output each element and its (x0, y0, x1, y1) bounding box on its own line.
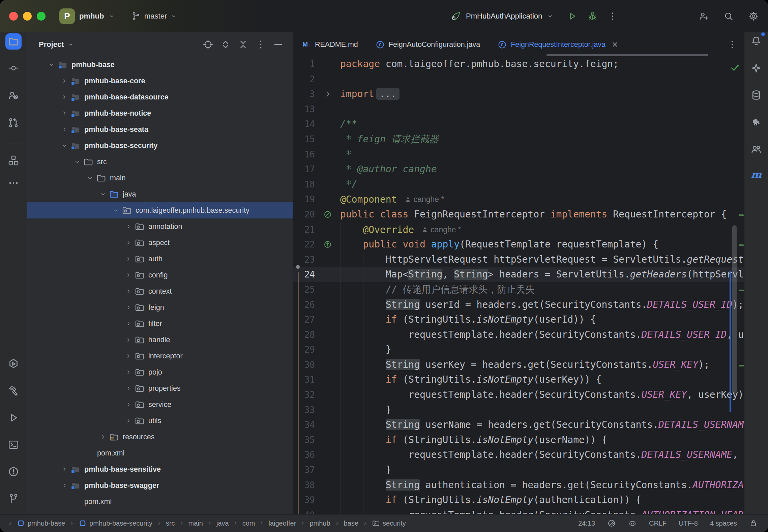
breadcrumb-src[interactable]: src (166, 520, 175, 527)
collapse-all-button[interactable] (238, 39, 248, 50)
tree-item-pmhub-base-sensitive[interactable]: pmhub-base-sensitive (27, 461, 293, 477)
code-line-36[interactable]: 36 requestTemplate.header(SecurityConsta… (293, 447, 744, 463)
chevron-down-icon[interactable] (110, 205, 121, 216)
tree-item-pmhub-base-core[interactable]: pmhub-base-core (27, 73, 293, 89)
tool-stripe-problems-button[interactable] (5, 464, 22, 480)
chevron-down-icon[interactable] (547, 13, 554, 20)
tree-item-context[interactable]: context (27, 283, 293, 299)
breadcrumb-pmhub[interactable]: pmhub (309, 520, 330, 527)
chevron-right-icon[interactable] (123, 415, 134, 426)
settings-button[interactable] (748, 11, 759, 21)
code-line-15[interactable]: 15 * feign 请求拦截器 (293, 132, 744, 147)
tree-item-config[interactable]: config (27, 267, 293, 283)
tree-item-filter[interactable]: filter (27, 316, 293, 332)
chevron-right-icon[interactable] (97, 431, 109, 443)
tool-stripe-commit-button[interactable] (5, 60, 22, 76)
more-vert-button[interactable] (255, 39, 266, 50)
code-line-16[interactable]: 16 * (293, 147, 744, 162)
chevron-down-icon[interactable] (67, 41, 74, 48)
chevron-down-icon[interactable] (46, 59, 57, 70)
code-line-3[interactable]: 3import... (293, 87, 744, 102)
add-user-button[interactable] (699, 11, 709, 21)
run-configuration[interactable]: PmHubAuthApplication (466, 12, 542, 21)
tree-item-com.laigeoffer.pmhub.base.security[interactable]: com.laigeoffer.pmhub.base.security (27, 202, 293, 218)
tree-item-pojo[interactable]: pojo (27, 364, 293, 380)
zoom-window-button[interactable] (37, 12, 46, 21)
tree-item-auth[interactable]: auth (27, 251, 293, 267)
minimize-window-button[interactable] (23, 12, 32, 21)
tool-stripe-users-question-button[interactable]: ? (5, 87, 22, 104)
chevron-down-icon[interactable] (84, 172, 96, 184)
line-ending[interactable]: CRLF (649, 520, 667, 527)
tree-item-partial[interactable] (27, 510, 293, 514)
chevron-right-icon[interactable] (59, 91, 70, 103)
code-line-17[interactable]: 17 * @author canghe (293, 162, 744, 177)
expand-all-button[interactable] (220, 39, 231, 50)
chevron-right-icon[interactable] (123, 366, 134, 378)
tool-stripe-run-play-button[interactable] (5, 410, 22, 426)
bean-gutter-icon[interactable] (315, 207, 340, 222)
code-line-22[interactable]: 22 public void apply(RequestTemplate req… (293, 237, 744, 252)
chevron-right-icon[interactable] (123, 286, 134, 297)
chevron-right-icon[interactable] (123, 383, 134, 394)
tree-item-pmhub-base-swagger[interactable]: pmhub-base-swagger (27, 477, 293, 494)
chevron-right-icon[interactable] (123, 302, 134, 313)
tool-stripe-pull-request-button[interactable] (5, 115, 22, 131)
tool-stripe-maven-m-button[interactable]: m (748, 167, 764, 183)
tab-options-button[interactable] (727, 39, 737, 50)
code-line-24[interactable]: 24 Map<String, String> headers = Servlet… (293, 267, 744, 282)
chevron-right-icon[interactable] (123, 269, 134, 281)
tree-item-main[interactable]: main (27, 170, 293, 186)
breadcrumb-security[interactable]: security (372, 519, 406, 527)
code-line-2[interactable]: 2 (293, 72, 744, 87)
tree-item-utils[interactable]: utils (27, 413, 293, 429)
code-line-28[interactable]: 28 requestTemplate.header(SecurityConsta… (293, 327, 744, 343)
tree-item-pmhub-base-datasource[interactable]: pmhub-base-datasource (27, 89, 293, 105)
locate-target-button[interactable] (203, 39, 213, 50)
code-editor[interactable]: 1package com.laigeoffer.pmhub.base.secur… (293, 57, 744, 514)
close-icon[interactable] (611, 40, 619, 49)
code-line-19[interactable]: 19@Componentcanghe * (293, 192, 744, 207)
code-line-20[interactable]: 20public class FeignRequestInterceptor i… (293, 207, 744, 222)
breadcrumb-pmhub-base-security[interactable]: pmhub-base-security (79, 519, 152, 527)
tool-stripe-ai-sparkle-button[interactable] (748, 60, 764, 76)
lock-icon[interactable] (749, 519, 758, 528)
chevron-right-icon[interactable] (59, 464, 70, 475)
code-line-1[interactable]: 1package com.laigeoffer.pmhub.base.secur… (293, 57, 744, 72)
tool-stripe-project-folder-button[interactable] (5, 33, 22, 50)
breadcrumb-java[interactable]: java (216, 520, 229, 527)
debug-button[interactable] (587, 11, 597, 21)
chevron-right-icon[interactable] (123, 253, 134, 265)
tree-item-src[interactable]: src (27, 154, 293, 170)
tool-stripe-terminal-button[interactable] (5, 437, 22, 453)
chevron-right-icon[interactable] (59, 108, 70, 119)
chevron-down-icon[interactable] (97, 188, 109, 200)
highlighting-level-icon[interactable]: z (607, 519, 616, 528)
code-line-31[interactable]: 31 if (StringUtils.isNotEmpty(userKey)) … (293, 372, 744, 387)
tree-item-java[interactable]: java (27, 186, 293, 202)
tree-item-pmhub-base-security[interactable]: pmhub-base-security (27, 138, 293, 154)
code-line-40[interactable]: 40 requestTemplate.header(SecurityConsta… (293, 508, 744, 514)
tree-item-pmhub-base[interactable]: pmhub-base (27, 57, 293, 73)
tool-stripe-gradle-elephant-button[interactable] (748, 114, 764, 130)
chevron-right-icon[interactable] (123, 237, 134, 248)
tool-stripe-services-button[interactable] (5, 356, 22, 372)
code-line-30[interactable]: 30 String userKey = headers.get(Security… (293, 357, 744, 373)
tree-item-feign[interactable]: feign (27, 299, 293, 316)
tree-item-aspect[interactable]: aspect (27, 235, 293, 251)
code-line-23[interactable]: 23 HttpServletRequest httpServletRequest… (293, 252, 744, 267)
tree-item-resources[interactable]: resources (27, 429, 293, 445)
breadcrumb-main[interactable]: main (188, 520, 203, 527)
code-line-32[interactable]: 32 requestTemplate.header(SecurityConsta… (293, 387, 744, 403)
tool-stripe-vcs-branch-button[interactable] (5, 491, 22, 507)
code-line-29[interactable]: 29 } (293, 342, 744, 357)
notifications-button[interactable] (748, 33, 764, 49)
code-line-33[interactable]: 33 } (293, 403, 744, 418)
copilot-icon[interactable] (628, 519, 637, 528)
more-actions-button[interactable] (608, 11, 618, 21)
panel-title[interactable]: Project (39, 40, 64, 49)
override-gutter-icon[interactable] (315, 237, 340, 252)
chevron-down-icon[interactable] (59, 140, 70, 151)
tool-stripe-more-horiz-button[interactable] (5, 175, 22, 191)
chevron-right-icon[interactable] (59, 124, 70, 135)
